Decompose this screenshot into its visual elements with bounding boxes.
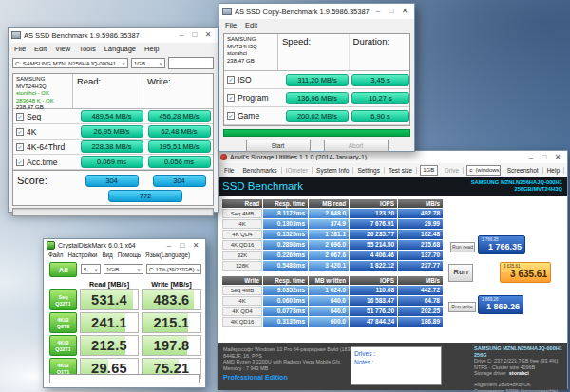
as-ssd-titlebar[interactable]: AS SSD Benchmark 1.9.5986.35387 – □ ✕ xyxy=(9,28,218,43)
menu-select-1gb[interactable]: 1GB∨ xyxy=(420,165,438,176)
value-cell: 29.99 xyxy=(398,219,443,229)
menu-item-view[interactable]: View xyxy=(55,45,70,53)
menu-item-file[interactable]: File xyxy=(225,21,237,29)
menu-item-вид[interactable]: Вид xyxy=(102,252,112,258)
as-ssd-toolbar: C: SAMSUNG MZNLN256HAJQ-000H1∨ 1GB∨ xyxy=(9,55,218,71)
menu-item-edit[interactable]: Edit xyxy=(34,45,47,53)
close-icon[interactable]: ✕ xyxy=(551,152,564,163)
run-button[interactable]: Run xyxy=(448,264,473,282)
run-write-button[interactable]: Run write xyxy=(448,302,476,312)
run-all-button[interactable]: All xyxy=(49,262,77,277)
value-cell: 2 048.0 xyxy=(309,209,349,218)
test-button-4kib-q8t8[interactable]: 4KiBQ8T8 xyxy=(49,312,77,333)
checkbox-game[interactable]: ✓ xyxy=(227,112,235,120)
checkbox-seq[interactable]: ✓ xyxy=(16,113,24,121)
test-label-bottom: Q8T8 xyxy=(50,324,76,330)
maximize-icon[interactable]: □ xyxy=(385,5,398,18)
menu-item-system-info[interactable]: System Info xyxy=(313,167,353,174)
menu-item-file[interactable]: File xyxy=(220,167,238,174)
read-value-badge: 228,38 MB/s xyxy=(81,140,143,153)
as-ssd-menubar: FileEditViewToolsLanguageHelp xyxy=(9,43,218,55)
maximize-icon[interactable]: □ xyxy=(176,240,189,251)
menu-item-help[interactable]: Help xyxy=(144,45,159,53)
menu-item-tools[interactable]: Tools xyxy=(79,45,96,53)
minimize-icon[interactable]: – xyxy=(371,5,385,18)
read-score-box: 1 766.35 1 766.35 xyxy=(478,235,525,254)
target-drive-value: C: 17% (39/237GiB) xyxy=(149,267,194,272)
speed-value-badge: 311,20 MB/s xyxy=(286,74,349,86)
anvil-titlebar[interactable]: Anvil's Storage Utilities 1.1.0 (2014-Ja… xyxy=(218,151,567,163)
menu-item-language[interactable]: Language xyxy=(104,45,136,53)
test-count-select[interactable]: 5∨ xyxy=(81,264,101,274)
as-ssd-score-section: Score: 304 304 772 xyxy=(13,170,213,205)
copy-bench-titlebar[interactable]: AS SSD Copy-Benchmark 1.9.5986.35387 – □… xyxy=(219,4,414,19)
chevron-down-icon: ∨ xyxy=(159,61,162,66)
row-label: 32K xyxy=(222,251,262,260)
close-icon[interactable]: ✕ xyxy=(201,28,215,42)
menu-item-язык-language[interactable]: Язык(Language) xyxy=(145,252,190,258)
menu-item-помощь[interactable]: Помощь xyxy=(118,252,141,258)
value-cell: 0.1525ms xyxy=(263,230,308,239)
menu-item-file[interactable]: File xyxy=(14,45,26,53)
column-header-resp-time: Resp. time xyxy=(263,199,308,208)
value-cell: 1 024.0 xyxy=(309,286,349,295)
comment-input[interactable] xyxy=(49,374,200,383)
checkbox-4k-64thrd[interactable]: ✓ xyxy=(16,143,24,151)
run-read-button[interactable]: Run read xyxy=(450,242,475,252)
checkbox-iso[interactable]: ✓ xyxy=(227,76,235,84)
read-score-badge: 304 xyxy=(86,175,139,187)
test-size-select[interactable]: 1GiB∨ xyxy=(104,264,143,274)
total-score-value: 3 635.61 xyxy=(510,269,547,279)
host-line: 844EJF, 16, PPS xyxy=(223,353,357,360)
chevron-down-icon: ∨ xyxy=(196,267,200,272)
maximize-icon[interactable]: □ xyxy=(188,28,201,42)
row-label-cell: ✓ISO xyxy=(224,75,283,84)
start-button[interactable]: Start xyxy=(246,140,311,152)
minimize-icon[interactable]: – xyxy=(162,240,176,251)
test-size-select[interactable]: 1GB∨ xyxy=(131,58,165,68)
footer-compression-line: Compression 100% (Incompressible) xyxy=(474,388,567,392)
column-header-iops: IOPS xyxy=(350,199,397,208)
duration-value-badge: 10,27 s xyxy=(352,92,409,104)
value-cell: 0.3135ms xyxy=(263,317,308,327)
value-cell: 0.0603ms xyxy=(263,296,308,306)
cdm-titlebar[interactable]: CrystalDiskMark 6.0.1 x64 – □ ✕ xyxy=(44,239,205,251)
menu-item-edit[interactable]: Edit xyxy=(245,21,257,29)
menu-item-settings[interactable]: Settings xyxy=(353,167,385,174)
test-button-4kib-q32t1[interactable]: 4KiBQ32T1 xyxy=(49,335,77,356)
menu-item-настройки[interactable]: Настройки xyxy=(67,252,97,258)
drive-info-line: 283648 K - OK xyxy=(16,98,69,105)
read-result-cell: 531.4 xyxy=(80,289,139,310)
drive-info-line: SAMSUNG xyxy=(16,76,69,84)
checkbox-4k[interactable]: ✓ xyxy=(16,128,24,136)
target-drive-select[interactable]: C: 17% (39/237GiB)∨ xyxy=(146,264,201,274)
minimize-icon[interactable]: – xyxy=(524,152,538,163)
abort-button[interactable]: Abort xyxy=(324,140,389,152)
close-icon[interactable]: ✕ xyxy=(189,240,202,251)
menu-item-screenshot[interactable]: Screenshot xyxy=(504,167,543,174)
value-cell: 0.2269ms xyxy=(263,251,308,260)
read-result-cell: 241.1 xyxy=(80,312,139,333)
drives-notes-box[interactable]: Drives : Notes : xyxy=(351,346,442,385)
close-icon[interactable]: ✕ xyxy=(398,5,411,18)
checkbox-program[interactable]: ✓ xyxy=(227,94,235,102)
copy-row-iso: ✓ISO311,20 MB/s3,45 s xyxy=(224,71,409,89)
checkbox-acc-time[interactable]: ✓ xyxy=(16,159,24,166)
notes-label: Notes : xyxy=(354,358,438,366)
as-ssd-drive-info: SAMSUNGMVT24H3Qstorahci - OK283648 K - O… xyxy=(13,74,73,108)
menu-item-benchmarks[interactable]: Benchmarks xyxy=(238,167,281,174)
value-cell: 0.0773ms xyxy=(263,307,308,316)
value-cell: 640.0 xyxy=(309,307,349,316)
column-header-iops: IOPS xyxy=(350,276,397,285)
menu-item-файл[interactable]: Файл xyxy=(48,252,63,258)
chevron-down-icon: ∨ xyxy=(137,267,141,272)
minimize-icon[interactable]: – xyxy=(175,28,188,42)
test-button-seq-q32t1[interactable]: SeqQ32T1 xyxy=(49,289,77,310)
maximize-icon[interactable]: □ xyxy=(538,152,551,163)
menu-item-help[interactable]: Help xyxy=(543,167,564,174)
total-score-badge: 772 xyxy=(108,190,182,202)
menu-select-c-windows[interactable]: c: (windows)∨ xyxy=(466,165,501,176)
drive-select[interactable]: C: SAMSUNG MZNLN256HAJQ-000H1∨ xyxy=(12,58,128,68)
menu-item-iometer[interactable]: IOmeter xyxy=(282,167,313,174)
copy-row-program: ✓Program136,96 MB/s10,27 s xyxy=(224,89,409,107)
